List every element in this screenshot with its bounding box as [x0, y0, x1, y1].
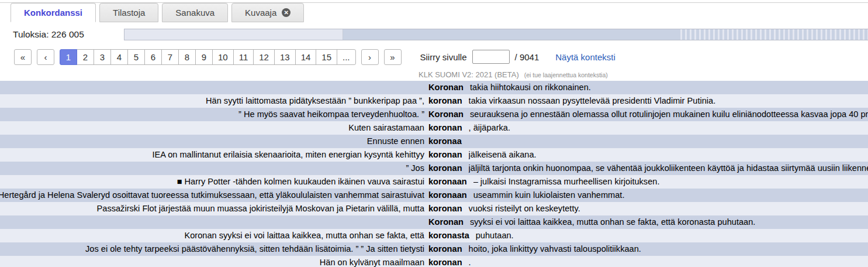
right-context: [468, 135, 868, 148]
page-button-10[interactable]: 10: [212, 49, 234, 65]
match-word[interactable]: koronan: [428, 162, 469, 175]
left-context: ■ Harry Potter -tähden kolmen kuukauden …: [0, 175, 424, 189]
left-context: Hän syytti laittomasta pidätyksestään ” …: [0, 94, 424, 108]
left-context-text: Kuten sairastamaan: [348, 121, 424, 135]
left-context: ” Jos: [0, 162, 424, 175]
next-page-button[interactable]: ›: [361, 49, 379, 65]
right-context: seurauksena jo ennestään olemassa ollut …: [470, 108, 868, 121]
left-context-text: Hertegård ja Helena Svaleryd osoittavat …: [0, 189, 424, 202]
match-word[interactable]: koronaa: [428, 135, 468, 148]
page-button-14[interactable]: 14: [295, 49, 317, 65]
right-context: – julkaisi Instagramissa murheellisen ki…: [473, 175, 868, 189]
prev-page-button[interactable]: ‹: [37, 49, 54, 65]
first-page-button[interactable]: «: [14, 49, 32, 65]
corpus-title: KLK SUOMI V2: 2021 (BETA): [419, 70, 519, 79]
page-ellipsis-button[interactable]: ...: [337, 49, 356, 65]
progress-segment-striped: [677, 29, 868, 40]
last-page-button[interactable]: »: [384, 49, 402, 65]
match-word[interactable]: Koronan: [428, 81, 470, 94]
kwic-row[interactable]: Koronan syyksi ei voi laittaa kaikkea, m…: [0, 229, 868, 242]
page-button-4[interactable]: 4: [110, 49, 128, 65]
match-word[interactable]: Koronan: [428, 108, 470, 121]
match-word[interactable]: koronaan: [428, 175, 473, 189]
left-context: ” He myös saavat heikompaa terveydenhuol…: [0, 108, 424, 121]
left-context-text: Ennuste ennen: [367, 135, 424, 148]
match-word[interactable]: koronan: [428, 202, 469, 215]
goto-page-label: Siirry sivulle: [420, 52, 467, 62]
kwic-row[interactable]: IEA on mallintanut erilaisia skenaarioit…: [0, 148, 868, 162]
page-button-3[interactable]: 3: [94, 49, 111, 65]
left-context: Hertegård ja Helena Svaleryd osoittavat …: [0, 189, 424, 202]
match-word[interactable]: koronan: [428, 242, 469, 256]
right-context: puhutaan.: [476, 229, 868, 242]
left-context: [0, 215, 424, 229]
page-button-7[interactable]: 7: [161, 49, 179, 65]
page-button-12[interactable]: 12: [253, 49, 275, 65]
results-row: Tuloksia: 226 005: [0, 28, 868, 43]
left-context: Koronan syyksi ei voi laittaa kaikkea, m…: [0, 229, 424, 242]
corpus-header-row: KLK SUOMI V2: 2021 (BETA)(ei tue laajenn…: [0, 67, 868, 81]
kwic-row[interactable]: Koronansyyksi ei voi laittaa kaikkea, mu…: [0, 215, 868, 229]
tab-sanakuva[interactable]: Sanakuva: [162, 3, 228, 22]
results-count-label: Tuloksia: 226 005: [13, 29, 84, 40]
right-context: jäljiltä tarjonta onkin huonompaa, se vä…: [469, 162, 868, 175]
kwic-row[interactable]: Passažirski Flot järjestää muun muassa j…: [0, 202, 868, 215]
page-button-11[interactable]: 11: [233, 49, 254, 65]
match-word[interactable]: koronaan: [428, 189, 473, 202]
tab-kuvaaja[interactable]: Kuvaaja✕: [231, 3, 304, 22]
left-context: Kuten sairastamaan: [0, 121, 424, 135]
page-button-13[interactable]: 13: [274, 49, 296, 65]
match-word[interactable]: koronan: [428, 148, 469, 162]
kwic-row[interactable]: Jos ei ole tehty tarpeeksi päästövähenny…: [0, 242, 868, 256]
kwic-row[interactable]: ■ Harry Potter -tähden kolmen kuukauden …: [0, 175, 868, 189]
pagination-bar: « ‹ 123456789101112131415... › » Siirry …: [14, 49, 868, 65]
page-button-2[interactable]: 2: [77, 49, 94, 65]
left-context-text: Jos ei ole tehty tarpeeksi päästövähenny…: [85, 242, 424, 256]
kwic-row[interactable]: ” He myös saavat heikompaa terveydenhuol…: [0, 108, 868, 121]
page-button-15[interactable]: 15: [316, 49, 337, 65]
kwic-row[interactable]: Hän syytti laittomasta pidätyksestään ” …: [0, 94, 868, 108]
left-context-text: ” Jos: [406, 162, 424, 175]
right-context: takia virkaasun nossaan pysyttelevää pre…: [469, 94, 868, 108]
left-context-text: ■ Harry Potter -tähden kolmen kuukauden …: [177, 175, 424, 189]
page-button-9[interactable]: 9: [195, 49, 213, 65]
kwic-table: Koronantakia hiihtokausi on rikkonainen.…: [0, 81, 868, 267]
show-context-link[interactable]: Näytä konteksti: [555, 52, 615, 62]
kwic-row[interactable]: Ennuste ennenkoronaa: [0, 135, 868, 148]
kwic-row[interactable]: Koronantakia hiihtokausi on rikkonainen.: [0, 81, 868, 94]
right-context: vuoksi risteilyt on keskeytetty.: [469, 202, 868, 215]
tab-label: Kuvaaja: [245, 8, 276, 18]
close-tab-icon[interactable]: ✕: [282, 8, 291, 17]
corpus-context-note: (ei tue laajennettua kontekstia): [524, 71, 608, 78]
page-number-group: 123456789101112131415...: [60, 49, 356, 65]
tab-label: Sanakuva: [175, 8, 215, 18]
progress-segment-light: [125, 29, 343, 40]
kwic-row[interactable]: Hertegård ja Helena Svaleryd osoittavat …: [0, 189, 868, 202]
right-context: useammin kuin lukiolaisten vanhemmat.: [473, 189, 868, 202]
kwic-row[interactable]: Kuten sairastamaankoronan, äijäparka.: [0, 121, 868, 135]
page-button-1[interactable]: 1: [60, 49, 77, 65]
page-button-8[interactable]: 8: [178, 49, 196, 65]
match-word[interactable]: koronan: [428, 121, 469, 135]
left-context: Hän on kylvänyt maailmaan: [0, 256, 424, 267]
left-context-text: Hän syytti laittomasta pidätyksestään ” …: [206, 94, 424, 108]
left-context: Ennuste ennen: [0, 135, 424, 148]
kwic-row[interactable]: Hän on kylvänyt maailmaankoronan.: [0, 256, 868, 267]
match-word[interactable]: koronasta: [428, 229, 476, 242]
kwic-row[interactable]: ” Joskoronanjäljiltä tarjonta onkin huon…: [0, 162, 868, 175]
left-context-text: Koronan syyksi ei voi laittaa kaikkea, m…: [185, 229, 424, 242]
match-word[interactable]: Koronan: [428, 215, 470, 229]
tab-tilastoja[interactable]: Tilastoja: [99, 3, 158, 22]
left-context: IEA on mallintanut erilaisia skenaarioit…: [0, 148, 424, 162]
tab-konkordanssi[interactable]: Konkordanssi: [11, 3, 96, 22]
right-context: takia hiihtokausi on rikkonainen.: [470, 81, 868, 94]
match-word[interactable]: koronan: [428, 256, 469, 267]
left-context: [0, 81, 424, 94]
page-button-5[interactable]: 5: [127, 49, 145, 65]
goto-page-input[interactable]: [472, 50, 510, 64]
left-context: Jos ei ole tehty tarpeeksi päästövähenny…: [0, 242, 424, 256]
page-button-6[interactable]: 6: [144, 49, 162, 65]
left-context: Passažirski Flot järjestää muun muassa j…: [0, 202, 424, 215]
tab-bar: KonkordanssiTilastojaSanakuvaKuvaaja✕: [0, 2, 868, 22]
match-word[interactable]: koronan: [428, 94, 469, 108]
